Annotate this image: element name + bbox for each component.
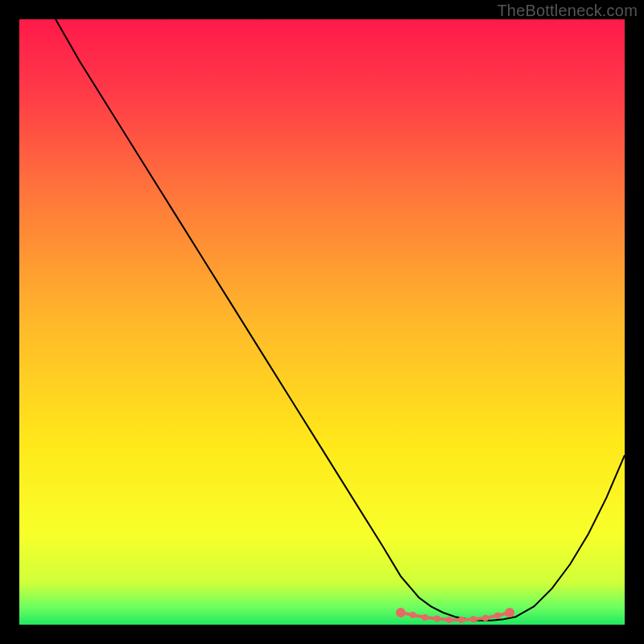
watermark-text: TheBottleneck.com (497, 2, 638, 20)
svg-point-18 (505, 608, 514, 617)
bottleneck-curve-chart (19, 19, 625, 625)
chart-frame (19, 19, 625, 625)
